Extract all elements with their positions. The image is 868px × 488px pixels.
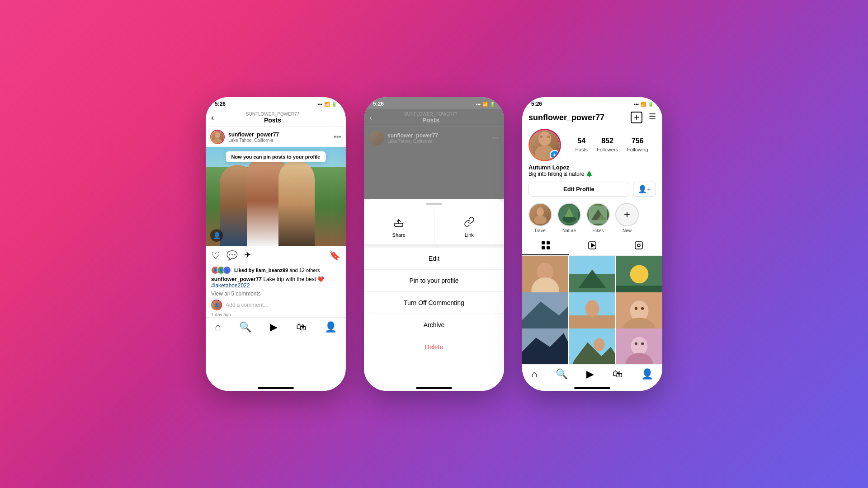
- view-comments-1[interactable]: View all 5 comments: [206, 290, 346, 298]
- svg-point-22: [637, 244, 640, 247]
- grid-cell-8[interactable]: [569, 328, 615, 364]
- story-label-new: New: [623, 228, 632, 233]
- bottom-bar-1: [206, 382, 346, 391]
- liked-text-1: Liked by liam_beanz99 and 12 others: [234, 267, 320, 273]
- followers-stat[interactable]: 852 Followers: [597, 137, 618, 153]
- nav-home-1[interactable]: ⌂: [215, 321, 221, 333]
- like-button-1[interactable]: ♡: [211, 250, 220, 262]
- profile-stats: 54 Posts 852 Followers 756 Following: [567, 137, 656, 153]
- status-icons-1: ▪▪▪ 📶 🔋: [317, 102, 337, 107]
- profile-avatar-lg: +: [528, 129, 561, 161]
- turn-off-commenting-menu-item[interactable]: Turn Off Commenting: [364, 292, 504, 314]
- liked-row-1: 👤 👤 👤 Liked by liam_beanz99 and 12 other…: [206, 265, 346, 275]
- archive-menu-item[interactable]: Archive: [364, 314, 504, 336]
- svg-point-40: [635, 307, 637, 310]
- nav-profile-active-3[interactable]: 👤: [641, 368, 653, 380]
- svg-point-30: [630, 265, 649, 283]
- nav-search-1[interactable]: 🔍: [239, 321, 251, 333]
- followers-label: Followers: [597, 147, 618, 152]
- nav-profile-1[interactable]: 👤: [325, 321, 337, 333]
- battery-icon-2: 🔋: [490, 102, 495, 107]
- nav-search-3[interactable]: 🔍: [556, 368, 568, 380]
- svg-rect-15: [542, 241, 545, 244]
- pin-menu-item[interactable]: Pin to your profile: [364, 270, 504, 292]
- edit-profile-row: Edit Profile 👤+: [522, 180, 662, 200]
- svg-point-49: [631, 337, 648, 356]
- time-1: 5:26: [215, 101, 226, 107]
- bottom-nav-3: ⌂ 🔍 ▶ 🛍 👤: [522, 364, 662, 382]
- story-item-new[interactable]: + New: [615, 203, 639, 233]
- story-item-nature[interactable]: Nature: [557, 203, 581, 233]
- share-button-1[interactable]: ✈: [244, 250, 251, 262]
- svg-point-36: [585, 300, 599, 317]
- status-icons-3: ▪▪▪ 📶 🔋: [634, 102, 653, 107]
- svg-point-51: [635, 343, 637, 345]
- bottom-bar-3: [522, 382, 662, 391]
- bottom-nav-1: ⌂ 🔍 ▶ 🛍 👤: [206, 317, 346, 335]
- back-button-1[interactable]: ‹: [211, 113, 214, 122]
- story-item-travel[interactable]: Travel: [528, 203, 552, 233]
- share-button-2[interactable]: Share: [364, 210, 434, 244]
- phone-2: 5:26 ▪▪▪ 📶 🔋 ‹ SUNFLOWER_POWER77 Posts s…: [364, 97, 504, 391]
- grid-cell-7[interactable]: [522, 328, 568, 364]
- nav-reels-1[interactable]: ▶: [270, 321, 278, 333]
- svg-rect-21: [635, 242, 642, 249]
- share-icon: [393, 216, 404, 230]
- bottom-bar-2: [364, 382, 504, 391]
- grid-cell-9[interactable]: [616, 328, 662, 364]
- svg-marker-20: [591, 244, 594, 247]
- post-image-1: Now you can pin posts to your profile 👤: [206, 147, 346, 246]
- bio-desc: Big into hiking & nature 🌲: [528, 171, 656, 177]
- tab-reels[interactable]: [569, 236, 615, 255]
- battery-icon-3: 🔋: [648, 102, 653, 107]
- posts-count: 54: [575, 137, 588, 145]
- post-user-row-1: sunflower_power77 Lake Tahoe, California…: [206, 127, 346, 147]
- status-bar-2: 5:26 ▪▪▪ 📶 🔋: [364, 97, 504, 109]
- save-button-1[interactable]: 🔖: [329, 250, 340, 262]
- nav-home-3[interactable]: ⌂: [531, 368, 537, 380]
- edit-profile-button[interactable]: Edit Profile: [528, 182, 629, 197]
- delete-menu-item[interactable]: Delete: [364, 336, 504, 358]
- photo-grid: [522, 256, 662, 364]
- posts-stat[interactable]: 54 Posts: [575, 137, 588, 153]
- comment-button-1[interactable]: 💬: [226, 250, 238, 262]
- edit-menu-item[interactable]: Edit: [364, 248, 504, 270]
- post-username-1: sunflower_power77: [228, 131, 330, 138]
- svg-point-52: [641, 343, 644, 345]
- post-location-1: Lake Tahoe, California: [228, 138, 330, 143]
- liker-avatar-3: 👤: [223, 266, 231, 274]
- bio-name: Autumn Lopez: [528, 164, 656, 171]
- nav-reels-3[interactable]: ▶: [586, 368, 594, 380]
- home-indicator-1: [258, 387, 294, 389]
- commenter-avatar-1: 👤: [211, 300, 222, 310]
- profile-header: sunflower_power77 + ☰: [522, 109, 662, 126]
- nav-shop-1[interactable]: 🛍: [296, 321, 306, 333]
- story-label-travel: Travel: [534, 228, 546, 233]
- signal-icon-3: ▪▪▪: [634, 102, 639, 107]
- story-item-hikes[interactable]: Hikes: [586, 203, 610, 233]
- story-circle-nature: [557, 203, 581, 226]
- link-button[interactable]: Link: [434, 210, 505, 244]
- svg-point-1: [213, 138, 222, 143]
- sheet-icons-row: Share Link: [364, 210, 504, 248]
- svg-rect-18: [547, 246, 550, 249]
- avatar-add-icon[interactable]: +: [550, 150, 560, 160]
- time-2: 5:26: [373, 101, 384, 107]
- hamburger-icon[interactable]: ☰: [649, 112, 656, 123]
- comment-input-1[interactable]: Add a comment...: [226, 302, 340, 308]
- dimmed-post-area: ‹ SUNFLOWER_POWER77 Posts sunflower_powe…: [364, 109, 504, 199]
- nav-shop-3[interactable]: 🛍: [613, 368, 623, 380]
- following-label: Following: [627, 147, 648, 152]
- wifi-icon-3: 📶: [641, 102, 646, 107]
- new-post-icon[interactable]: +: [631, 112, 642, 123]
- following-stat[interactable]: 756 Following: [627, 137, 648, 153]
- post-more-icon-1[interactable]: •••: [334, 133, 341, 141]
- tab-grid[interactable]: [522, 236, 569, 255]
- svg-rect-16: [547, 241, 550, 244]
- wifi-icon: 📶: [324, 102, 330, 107]
- follow-suggestions-button[interactable]: 👤+: [633, 182, 656, 197]
- tab-tagged[interactable]: [616, 236, 662, 255]
- svg-point-3: [538, 131, 551, 146]
- svg-point-5: [540, 136, 542, 138]
- action-sheet: Share Link Edit Pin to your profile Turn…: [364, 199, 504, 382]
